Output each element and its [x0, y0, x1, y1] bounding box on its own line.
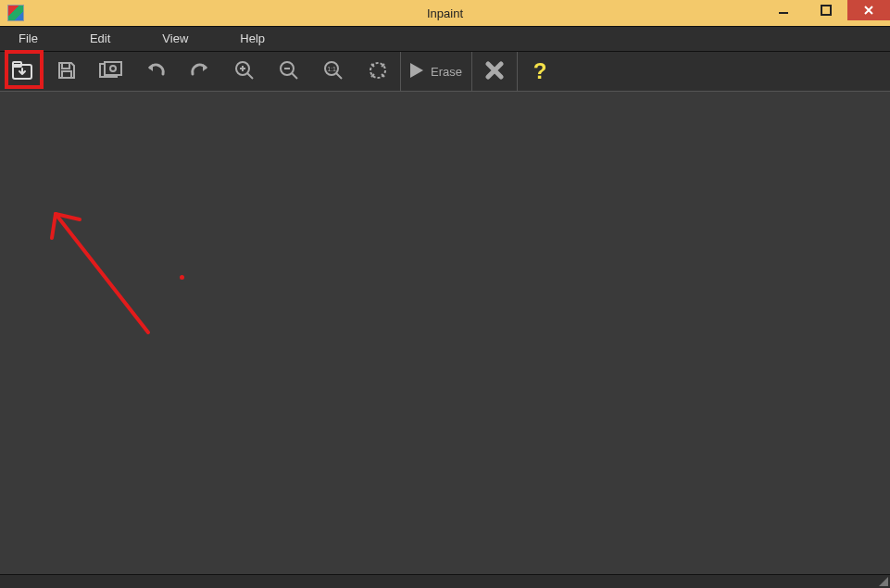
zoom-actual-icon: 1:1 [323, 60, 344, 83]
menubar: File Edit View Help [0, 26, 890, 52]
svg-rect-7 [105, 62, 121, 75]
svg-line-17 [336, 73, 342, 79]
redo-icon [189, 61, 211, 82]
zoom-actual-button[interactable]: 1:1 [311, 52, 356, 91]
save-button[interactable] [44, 52, 89, 91]
menu-file[interactable]: File [6, 27, 51, 51]
svg-rect-1 [821, 6, 831, 15]
zoom-out-icon [279, 60, 299, 83]
window-controls [762, 0, 890, 20]
zoom-out-button[interactable] [267, 52, 311, 91]
save-icon [56, 60, 77, 83]
zoom-fit-button[interactable] [356, 52, 400, 91]
undo-button[interactable] [133, 52, 178, 91]
svg-rect-5 [62, 71, 71, 78]
cancel-icon [485, 61, 504, 82]
redo-button[interactable] [178, 52, 222, 91]
zoom-in-icon [234, 60, 255, 83]
canvas-area[interactable] [0, 92, 890, 588]
maximize-button[interactable] [805, 0, 847, 20]
open-file-icon [11, 60, 33, 83]
zoom-in-button[interactable] [222, 52, 267, 91]
preview-icon [99, 61, 123, 82]
zoom-fit-icon [368, 60, 388, 83]
app-window: Inpaint File Edit View Help [0, 0, 890, 588]
annotation-dot [180, 275, 184, 280]
open-file-button[interactable] [0, 52, 44, 91]
app-icon [7, 5, 24, 21]
menu-view[interactable]: View [149, 27, 201, 51]
close-button[interactable] [847, 0, 890, 20]
help-button[interactable]: ? [518, 52, 562, 91]
svg-line-14 [292, 73, 297, 79]
resize-grip[interactable] [879, 577, 888, 586]
svg-rect-4 [62, 63, 69, 69]
svg-text:1:1: 1:1 [327, 66, 336, 72]
titlebar: Inpaint [0, 0, 890, 26]
annotation-arrow [37, 194, 194, 342]
erase-label: Erase [431, 65, 462, 79]
play-icon [407, 61, 425, 82]
menu-edit[interactable]: Edit [77, 27, 123, 51]
svg-line-10 [247, 73, 253, 79]
menu-help[interactable]: Help [227, 27, 278, 51]
toolbar: 1:1 Erase [0, 52, 890, 92]
window-title: Inpaint [0, 6, 890, 20]
erase-button[interactable]: Erase [401, 52, 471, 91]
undo-icon [144, 61, 167, 82]
cancel-button[interactable] [472, 52, 517, 91]
help-icon: ? [533, 58, 547, 84]
svg-rect-0 [779, 12, 788, 14]
preview-button[interactable] [89, 52, 133, 91]
minimize-button[interactable] [762, 0, 805, 20]
horizontal-scrollbar[interactable] [0, 574, 890, 588]
